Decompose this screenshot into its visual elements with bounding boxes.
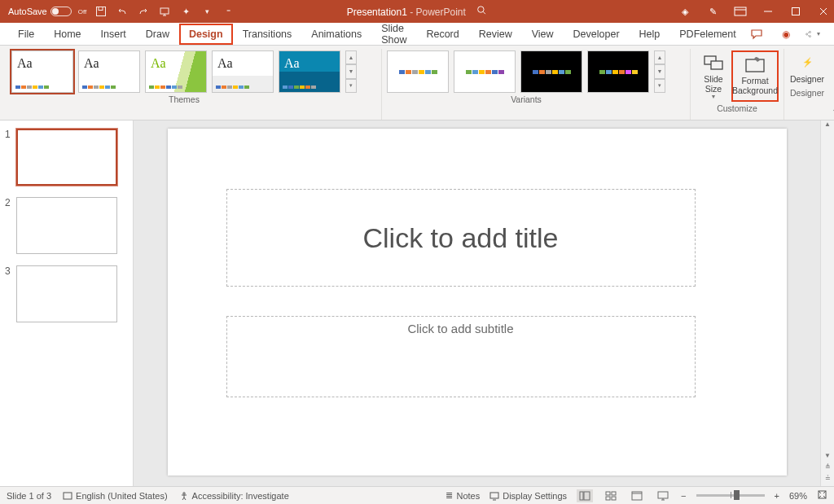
redo-icon[interactable] bbox=[137, 5, 150, 18]
vertical-scrollbar[interactable]: ▲ ▼ ≜ ≟ bbox=[820, 121, 834, 486]
search-icon[interactable] bbox=[476, 7, 487, 18]
theme-integral[interactable]: Aa bbox=[279, 50, 340, 93]
format-background-icon bbox=[744, 54, 766, 75]
maximize-button[interactable] bbox=[788, 4, 803, 19]
svg-rect-11 bbox=[711, 61, 722, 69]
zoom-out-button[interactable]: − bbox=[681, 491, 686, 501]
svg-point-14 bbox=[182, 492, 184, 493]
tab-transitions[interactable]: Transitions bbox=[233, 23, 302, 45]
ribbon-tabs: File Home Insert Draw Design Transitions… bbox=[0, 23, 834, 46]
title-bar: AutoSave Off ✦ ▾ ⁼ Presentation1 - Power… bbox=[0, 0, 834, 23]
theme-office[interactable]: Aa bbox=[11, 50, 73, 93]
normal-view-icon[interactable] bbox=[577, 489, 593, 502]
comments-icon[interactable] bbox=[746, 25, 767, 43]
tab-developer[interactable]: Developer bbox=[564, 23, 630, 45]
svg-rect-1 bbox=[99, 7, 103, 11]
svg-rect-17 bbox=[584, 492, 590, 500]
svg-point-8 bbox=[805, 33, 807, 35]
designer-icon: ⚡ bbox=[796, 52, 819, 73]
svg-rect-12 bbox=[746, 59, 764, 72]
svg-rect-19 bbox=[612, 492, 616, 495]
zoom-percentage[interactable]: 69% bbox=[789, 491, 807, 501]
svg-rect-4 bbox=[735, 7, 746, 15]
previous-slide-icon[interactable]: ≜ bbox=[825, 463, 831, 475]
theme-gallery-4[interactable]: Aa bbox=[212, 50, 274, 93]
status-bar: Slide 1 of 3 English (United States) Acc… bbox=[0, 486, 834, 504]
slide-thumbnails-panel[interactable]: 1 2 3 bbox=[0, 121, 134, 486]
tab-home[interactable]: Home bbox=[44, 23, 90, 45]
next-slide-icon[interactable]: ≟ bbox=[825, 475, 831, 486]
scroll-up-icon[interactable]: ▲ bbox=[824, 121, 831, 132]
variants-gallery-more[interactable]: ▲▼▾ bbox=[654, 50, 665, 93]
slide-size-button[interactable]: Slide Size▼ bbox=[696, 50, 731, 102]
save-icon[interactable] bbox=[94, 5, 108, 18]
slide-sorter-view-icon[interactable] bbox=[603, 489, 619, 502]
customize-group-label: Customize bbox=[717, 103, 757, 116]
title-placeholder[interactable]: Click to add title bbox=[226, 189, 696, 287]
slide-indicator[interactable]: Slide 1 of 3 bbox=[7, 491, 51, 501]
zoom-in-button[interactable]: + bbox=[775, 491, 779, 501]
theme-facet[interactable]: Aa bbox=[145, 50, 207, 93]
slide-canvas-area[interactable]: Click to add title Click to add subtitle bbox=[134, 121, 820, 486]
tab-review[interactable]: Review bbox=[469, 23, 522, 45]
variants-group-label: Variants bbox=[511, 94, 542, 107]
fit-to-window-icon[interactable] bbox=[817, 489, 827, 502]
designer-button[interactable]: ⚡ Designer bbox=[789, 50, 825, 86]
variant-1[interactable] bbox=[387, 50, 449, 93]
language-indicator[interactable]: English (United States) bbox=[63, 491, 168, 501]
subtitle-placeholder[interactable]: Click to add subtitle bbox=[226, 316, 696, 397]
close-button[interactable] bbox=[816, 4, 831, 19]
tab-slideshow[interactable]: Slide Show bbox=[371, 23, 416, 45]
themes-gallery-more[interactable]: ▲▼▾ bbox=[345, 50, 357, 93]
document-name: Presentation1 bbox=[347, 7, 407, 18]
brush-icon[interactable]: ✎ bbox=[705, 4, 720, 19]
display-settings-button[interactable]: Display Settings bbox=[489, 491, 567, 501]
svg-rect-16 bbox=[580, 492, 583, 500]
variant-4[interactable] bbox=[587, 50, 649, 93]
variants-group: ▲▼▾ Variants bbox=[382, 49, 691, 120]
themes-group: Aa Aa Aa Aa Aa ▲▼▾ Themes bbox=[7, 49, 382, 120]
tab-view[interactable]: View bbox=[522, 23, 564, 45]
theme-variant-2[interactable]: Aa bbox=[78, 50, 140, 93]
touch-mode-icon[interactable]: ✦ bbox=[179, 5, 192, 18]
undo-icon[interactable] bbox=[116, 5, 129, 18]
zoom-slider[interactable] bbox=[696, 494, 765, 497]
quick-access-toolbar: ✦ ▾ ⁼ bbox=[94, 5, 235, 18]
tab-record[interactable]: Record bbox=[416, 23, 468, 45]
minimize-button[interactable] bbox=[761, 4, 775, 19]
autosave-state: Off bbox=[78, 8, 87, 15]
ribbon-body: Aa Aa Aa Aa Aa ▲▼▾ Themes ▲▼▾ Variants S… bbox=[0, 46, 834, 121]
svg-rect-5 bbox=[792, 8, 800, 15]
autosave-label: AutoSave bbox=[8, 7, 47, 16]
tab-draw[interactable]: Draw bbox=[136, 23, 179, 45]
slide-thumb-2[interactable]: 2 bbox=[5, 197, 128, 254]
tab-file[interactable]: File bbox=[8, 23, 44, 45]
designer-group: ⚡ Designer Designer bbox=[784, 49, 832, 120]
tab-insert[interactable]: Insert bbox=[91, 23, 136, 45]
share-icon[interactable]: ▾ bbox=[805, 25, 826, 43]
slideshow-view-icon[interactable] bbox=[655, 489, 671, 502]
svg-rect-20 bbox=[606, 497, 610, 500]
tab-help[interactable]: Help bbox=[630, 23, 670, 45]
camera-record-icon[interactable]: ◉ bbox=[775, 25, 797, 43]
variant-3[interactable] bbox=[520, 50, 582, 93]
autosave-toggle[interactable] bbox=[50, 7, 72, 16]
notes-button[interactable]: ≣ Notes bbox=[446, 490, 480, 501]
ribbon-display-icon[interactable] bbox=[733, 4, 748, 19]
accessibility-indicator[interactable]: Accessibility: Investigate bbox=[179, 491, 289, 501]
from-beginning-icon[interactable] bbox=[158, 5, 171, 18]
reading-view-icon[interactable] bbox=[629, 489, 645, 502]
qat-chevron-icon[interactable]: ▾ bbox=[200, 5, 213, 18]
slide-size-icon bbox=[702, 52, 725, 73]
qat-overflow-icon[interactable]: ⁼ bbox=[222, 5, 235, 18]
slide-thumb-3[interactable]: 3 bbox=[5, 265, 128, 322]
diamond-icon[interactable]: ◈ bbox=[678, 4, 692, 19]
format-background-button[interactable]: Format Background bbox=[731, 50, 779, 102]
slide-thumb-1[interactable]: 1 bbox=[5, 129, 128, 186]
scroll-down-icon[interactable]: ▼ bbox=[824, 452, 831, 463]
tab-animations[interactable]: Animations bbox=[301, 23, 371, 45]
tab-pdfelement[interactable]: PDFelement bbox=[669, 23, 745, 45]
tab-design[interactable]: Design bbox=[179, 24, 233, 45]
designer-group-label: Designer bbox=[790, 88, 824, 101]
variant-2[interactable] bbox=[454, 50, 516, 93]
